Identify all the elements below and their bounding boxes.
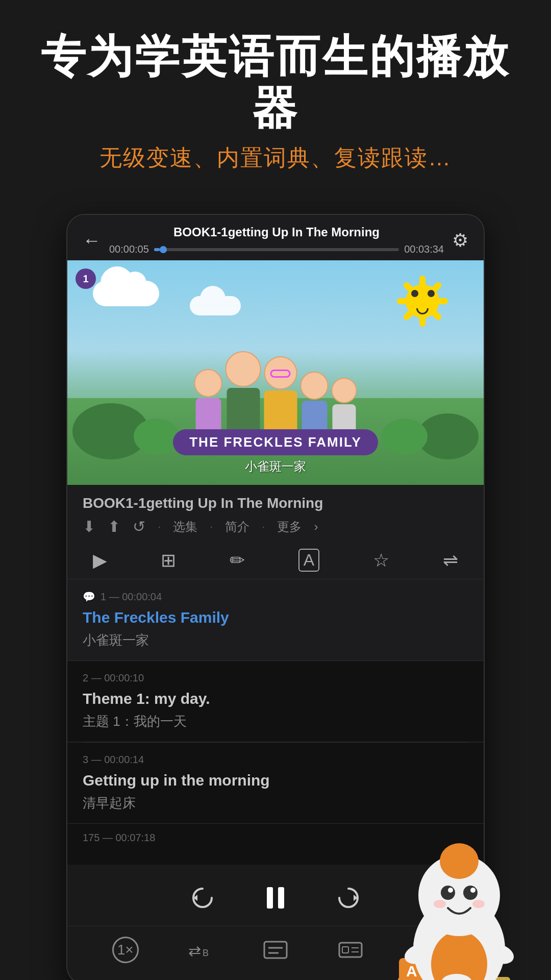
share-button[interactable]: ⬆: [108, 518, 120, 535]
sub-chinese-2: 主题 1：我的一天: [83, 713, 468, 730]
video-thumbnail[interactable]: The Freckles Family 小雀斑一家 1 ···: [67, 260, 484, 485]
rewind-button[interactable]: [188, 884, 217, 912]
time-current: 00:00:05: [109, 243, 149, 255]
hero-subtitle: 无级变速、内置词典、复读跟读…: [31, 143, 520, 173]
sub-id-3: 3 — 00:00:14: [83, 754, 144, 766]
more-arrow-icon: ›: [314, 520, 318, 534]
time-total: 00:03:34: [404, 243, 444, 255]
intro-link[interactable]: 简介: [225, 519, 249, 535]
book-actions-row: ⬇ ⬆ ↺ · 选集 · 简介 · 更多 ›: [67, 511, 484, 542]
progress-row: 00:00:05 00:03:34: [109, 243, 444, 255]
word-button[interactable]: A: [412, 939, 439, 961]
speed-icon: 1×: [112, 937, 139, 963]
sun: [397, 276, 448, 327]
separator-2: ·: [210, 520, 213, 533]
separator-1: ·: [158, 520, 161, 533]
ab-repeat-button[interactable]: ⇄ B: [187, 939, 214, 961]
title-overlay: The Freckles Family 小雀斑一家: [153, 429, 398, 475]
more-dots-overlay: ···: [100, 268, 115, 285]
play-icon[interactable]: ▶: [93, 550, 107, 571]
loop-button[interactable]: ↺: [133, 518, 145, 535]
cloud-2: [190, 296, 241, 315]
svg-text:⇄: ⇄: [188, 942, 201, 959]
transport-bar: [67, 865, 484, 926]
sub-chinese-1: 小雀斑一家: [83, 631, 468, 649]
collection-link[interactable]: 选集: [173, 519, 197, 535]
caption-button[interactable]: [337, 939, 364, 961]
caption-icon: [337, 939, 364, 961]
dict-icon[interactable]: A: [298, 549, 319, 572]
sub-id-1: 1 — 00:00:04: [101, 591, 162, 603]
separator-3: ·: [262, 520, 265, 533]
progress-fill: [154, 248, 160, 251]
back-button[interactable]: ←: [83, 230, 101, 251]
progress-bar[interactable]: [154, 248, 399, 251]
svg-rect-2: [278, 887, 284, 909]
subtitle-item-3[interactable]: 3 — 00:00:14 Getting up in the morning 清…: [67, 743, 484, 824]
player-topbar: ← BOOK1-1getting Up In The Morning 00:00…: [67, 215, 484, 260]
subtitle-icon: [262, 939, 289, 961]
subtitle-comment-icon: 💬: [83, 591, 95, 603]
word-icon: A: [412, 939, 439, 961]
subtitle-item-1[interactable]: 💬 1 — 00:00:04 The Freckles Family 小雀斑一家: [67, 579, 484, 661]
svg-rect-6: [264, 942, 287, 958]
book-title-row: BOOK1-1getting Up In The Morning: [67, 485, 484, 511]
progress-dot: [160, 246, 167, 253]
download-button[interactable]: ⬇: [83, 518, 95, 535]
sub-id-partial: 175 — 00:07:18: [83, 832, 155, 844]
sub-meta-2: 2 — 00:00:10: [83, 672, 468, 684]
ab-repeat-icon: ⇄ B: [187, 939, 214, 961]
subtitle-toggle-button[interactable]: [262, 939, 289, 961]
sub-meta-3: 3 — 00:00:14: [83, 754, 468, 766]
sub-meta-partial: 175 — 00:07:18: [83, 832, 468, 844]
edit-icon[interactable]: ✏: [230, 550, 245, 571]
hero-section: 专为学英语而生的播放器 无级变速、内置词典、复读跟读…: [0, 0, 551, 193]
func-bar: 1× ⇄ B: [67, 926, 484, 980]
sub-meta-1: 💬 1 — 00:00:04: [83, 591, 468, 603]
sub-english-2: Theme 1: my day.: [83, 688, 468, 709]
title-banner-text: The Freckles Family: [189, 434, 362, 450]
speed-button[interactable]: 1×: [112, 937, 139, 963]
more-link[interactable]: 更多: [277, 519, 302, 535]
subtitle-list: 💬 1 — 00:00:04 The Freckles Family 小雀斑一家…: [67, 579, 484, 865]
star-icon[interactable]: ☆: [373, 550, 389, 571]
book-title: BOOK1-1getting Up In The Morning: [83, 495, 468, 511]
sub-english-1: The Freckles Family: [83, 607, 468, 628]
characters: [194, 351, 357, 434]
svg-text:A: A: [419, 944, 428, 957]
toolbar-row: ▶ ⊞ ✏ A ☆ ⇌: [67, 542, 484, 579]
sub-chinese-3: 清早起床: [83, 794, 468, 812]
topbar-center: BOOK1-1getting Up In The Morning 00:00:0…: [109, 225, 444, 255]
subtitle-item-2[interactable]: 2 — 00:00:10 Theme 1: my day. 主题 1：我的一天: [67, 661, 484, 742]
sub-english-3: Getting up in the morning: [83, 770, 468, 791]
settings-button[interactable]: ⚙: [452, 230, 468, 251]
pause-button[interactable]: [258, 880, 293, 916]
hero-title: 专为学英语而生的播放器: [31, 31, 520, 134]
svg-rect-1: [267, 887, 273, 909]
svg-text:B: B: [203, 948, 209, 958]
title-chinese: 小雀斑一家: [153, 458, 398, 475]
svg-rect-10: [342, 947, 348, 953]
subtitle-item-partial[interactable]: 175 — 00:07:18: [67, 824, 484, 865]
sub-id-2: 2 — 00:00:10: [83, 672, 144, 684]
screen-icon[interactable]: ⊞: [161, 550, 176, 571]
phone-mockup: ← BOOK1-1getting Up In The Morning 00:00…: [66, 214, 485, 980]
adjust-icon[interactable]: ⇌: [443, 550, 458, 571]
forward-button[interactable]: [334, 884, 363, 912]
topbar-title: BOOK1-1getting Up In The Morning: [173, 225, 380, 239]
